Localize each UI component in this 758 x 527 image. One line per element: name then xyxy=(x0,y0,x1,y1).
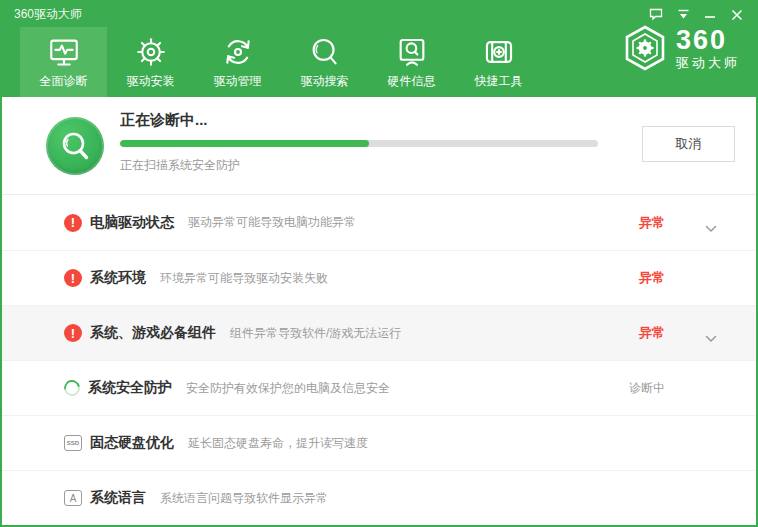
row-desc: 驱动异常可能导致电脑功能异常 xyxy=(188,214,356,231)
row-security-protection[interactable]: 系统安全防护 安全防护有效保护您的电脑及信息安全 诊断中 xyxy=(2,360,756,415)
refresh-icon xyxy=(221,35,255,69)
tab-quick-tools[interactable]: 快捷工具 xyxy=(455,27,542,97)
tab-full-diagnosis[interactable]: 全面诊断 xyxy=(20,27,107,97)
tab-hardware-info[interactable]: 硬件信息 xyxy=(368,27,455,97)
ssd-icon: SSD xyxy=(64,435,82,451)
row-title: 系统语言 xyxy=(90,489,146,507)
alert-icon: ! xyxy=(64,324,82,342)
row-system-language[interactable]: A 系统语言 系统语言问题导致软件显示异常 xyxy=(2,470,756,525)
spinner-icon xyxy=(61,377,83,399)
row-desc: 系统语言问题导致软件显示异常 xyxy=(160,490,328,507)
tab-driver-install[interactable]: 驱动安装 xyxy=(107,27,194,97)
chevron-down-icon[interactable] xyxy=(705,329,717,337)
app-title: 360驱动大师 xyxy=(14,6,82,23)
progress-info: 正在诊断中... 正在扫描系统安全防护 xyxy=(120,111,598,174)
status-badge: 异常 xyxy=(639,324,665,342)
alert-icon: ! xyxy=(64,269,82,287)
row-title: 电脑驱动状态 xyxy=(90,214,174,232)
tab-label: 全面诊断 xyxy=(40,73,88,90)
brand-logo: 360 驱动大师 xyxy=(622,2,740,97)
diagnostics-list: ! 电脑驱动状态 驱动异常可能导致电脑功能异常 异常 ! 系统环境 环境异常可能… xyxy=(2,195,756,525)
header: 360驱动大师 xyxy=(2,2,756,97)
row-title: 固态硬盘优化 xyxy=(90,434,174,452)
tab-label: 硬件信息 xyxy=(388,73,436,90)
status-badge: 诊断中 xyxy=(629,380,665,397)
gear-icon xyxy=(134,35,168,69)
scan-magnifier-icon xyxy=(46,117,104,175)
logo-brand: 360 xyxy=(676,28,727,52)
row-game-components[interactable]: ! 系统、游戏必备组件 组件异常导致软件/游戏无法运行 异常 xyxy=(2,305,756,360)
logo-name: 驱动大师 xyxy=(676,54,740,72)
tab-label: 驱动搜索 xyxy=(301,73,349,90)
row-desc: 安全防护有效保护您的电脑及信息安全 xyxy=(186,380,390,397)
row-title: 系统安全防护 xyxy=(88,379,172,397)
toolbox-icon xyxy=(482,35,516,69)
status-badge: 异常 xyxy=(639,269,665,287)
progress-bar xyxy=(120,140,598,147)
chevron-down-icon[interactable] xyxy=(705,219,717,227)
progress-fill xyxy=(120,140,369,147)
tab-label: 驱动管理 xyxy=(214,73,262,90)
row-title: 系统环境 xyxy=(90,269,146,287)
progress-title: 正在诊断中... xyxy=(120,111,598,130)
app-window: 360驱动大师 xyxy=(0,0,758,527)
row-ssd-optimize[interactable]: SSD 固态硬盘优化 延长固态硬盘寿命，提升读写速度 xyxy=(2,415,756,470)
row-driver-status[interactable]: ! 电脑驱动状态 驱动异常可能导致电脑功能异常 异常 xyxy=(2,195,756,250)
tab-driver-manage[interactable]: 驱动管理 xyxy=(194,27,281,97)
cancel-button[interactable]: 取消 xyxy=(642,126,735,162)
row-desc: 组件异常导致软件/游戏无法运行 xyxy=(230,325,401,342)
row-desc: 延长固态硬盘寿命，提升读写速度 xyxy=(188,435,368,452)
hardware-monitor-icon xyxy=(395,35,429,69)
progress-subtitle: 正在扫描系统安全防护 xyxy=(120,157,598,174)
diagnosis-monitor-icon xyxy=(47,35,81,69)
diagnosis-progress-section: 正在诊断中... 正在扫描系统安全防护 取消 xyxy=(2,97,756,195)
hexagon-gear-logo-icon xyxy=(622,24,668,76)
logo-text: 360 驱动大师 xyxy=(676,28,740,72)
row-title: 系统、游戏必备组件 xyxy=(90,324,216,342)
status-badge: 异常 xyxy=(639,214,665,232)
row-desc: 环境异常可能导致驱动安装失败 xyxy=(160,270,328,287)
tab-label: 驱动安装 xyxy=(127,73,175,90)
tab-label: 快捷工具 xyxy=(475,73,523,90)
row-system-environment[interactable]: ! 系统环境 环境异常可能导致驱动安装失败 异常 xyxy=(2,250,756,305)
search-icon xyxy=(308,35,342,69)
language-icon: A xyxy=(64,490,82,506)
alert-icon: ! xyxy=(64,214,82,232)
tab-driver-search[interactable]: 驱动搜索 xyxy=(281,27,368,97)
